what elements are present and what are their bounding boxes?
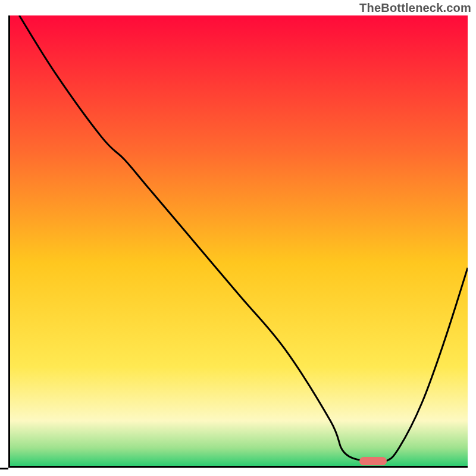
watermark-text: TheBottleneck.com — [359, 1, 471, 15]
bottleneck-curve — [10, 15, 468, 466]
plot-area — [8, 15, 468, 468]
optimal-marker — [359, 457, 387, 465]
chart-root: TheBottleneck.com — [0, 0, 476, 476]
axis-bottom-extension — [0, 468, 8, 469]
